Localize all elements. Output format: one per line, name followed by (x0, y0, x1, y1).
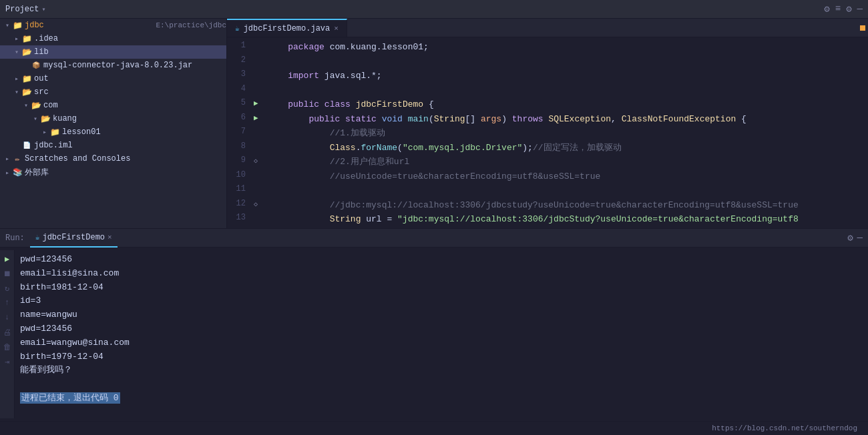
console-line-email2: email=wangwu@sina.com (20, 336, 857, 350)
bottom-url-bar: https://blog.csdn.net/southerndog (0, 421, 868, 435)
jdbc-path: E:\practice\jdbc (156, 21, 226, 29)
config-icon[interactable]: ⚙ (846, 3, 851, 15)
tree-item-scratches[interactable]: ▸ ✏ Scratches and Consoles (0, 152, 226, 165)
run-tool-button[interactable]: ▶ (1, 253, 13, 265)
tree-item-out[interactable]: ▸ 📁 out (0, 72, 226, 85)
up-tool-button[interactable]: ↑ (1, 297, 13, 309)
tree-item-com[interactable]: ▾ 📂 com (0, 99, 226, 112)
folder-icon-out: 📁 (21, 74, 32, 84)
scratches-icon: ✏ (12, 154, 23, 164)
line-gutter-8 (254, 141, 267, 155)
line-gutter-3 (254, 69, 267, 83)
line-num-11: 11 (227, 183, 254, 198)
line-gutter-13 (254, 212, 267, 227)
line-content-10: //useUnicode=true&characterEncoding=utf8… (267, 169, 868, 184)
tree-item-lesson01[interactable]: ▸ 📁 lesson01 (0, 125, 226, 139)
line-num-8: 8 (227, 141, 254, 155)
folder-icon-lib: 📂 (21, 47, 32, 57)
process-end-text: 进程已结束，退出代码 0 (20, 392, 120, 404)
layout-icon[interactable]: ≡ (835, 3, 841, 15)
line-num-7: 7 (227, 126, 254, 141)
line-num-4: 4 (227, 83, 254, 98)
folder-icon-jdbc: 📁 (12, 21, 23, 31)
console-tab-close[interactable]: × (107, 234, 112, 242)
stop-tool-button[interactable]: ⏹ (1, 268, 13, 280)
line-gutter-10 (254, 169, 267, 184)
line-content-9: //2.用户信息和url (267, 155, 868, 169)
tree-item-idea[interactable]: ▸ 📁 .idea (0, 32, 226, 45)
tree-arrow-lib: ▾ (12, 48, 21, 56)
line-content-12: //jdbc:mysql://localhost:3306/jdbcstudy?… (267, 198, 868, 213)
code-line-7: 7 //1.加载驱动 (227, 126, 868, 141)
line-content-6: public static void main(String[] args) t… (267, 112, 868, 127)
wrap-tool-button[interactable]: ⇥ (1, 356, 13, 368)
code-line-11: 11 (227, 183, 868, 198)
line-content-11 (267, 183, 868, 198)
line-num-13: 13 (227, 212, 254, 227)
project-arrow: ▾ (41, 5, 45, 13)
code-line-1: 1 package com.kuang.lesson01; (227, 40, 868, 55)
console-minimize-icon[interactable]: — (857, 232, 863, 244)
tree-arrow-lesson01: ▸ (40, 128, 49, 136)
tab-close-button[interactable]: × (334, 25, 339, 33)
minimize-icon[interactable]: — (857, 3, 863, 15)
code-editor[interactable]: 1 package com.kuang.lesson01; 2 3 import… (227, 37, 868, 228)
breakpoint-icon-12: ◇ (254, 201, 258, 208)
tree-label-jdbc: jdbc (25, 21, 153, 30)
bottom-tabs-bar: Run: ☕ jdbcFirstDemo × ⚙ — (0, 229, 868, 248)
tree-item-mysql-jar[interactable]: 📦 mysql-connector-java-8.0.23.jar (0, 59, 226, 72)
tree-item-jdbc-iml[interactable]: 📄 jdbc.iml (0, 139, 226, 152)
console-tab-icon: ☕ (35, 233, 40, 242)
folder-icon-lesson01: 📁 (49, 127, 60, 137)
tree-item-lib[interactable]: ▾ 📂 lib (0, 45, 226, 59)
top-bar-icons: ⚙ ≡ ⚙ — (824, 3, 863, 15)
tree-item-external-lib[interactable]: ▸ 📚 外部库 (0, 165, 226, 179)
settings-icon[interactable]: ⚙ (824, 3, 829, 15)
run-button-6[interactable]: ▶ (254, 114, 258, 122)
line-gutter-12: ◇ (254, 198, 267, 213)
line-content-7: //1.加载驱动 (267, 126, 868, 141)
project-label[interactable]: Project ▾ (5, 5, 45, 14)
csdn-url: https://blog.csdn.net/southerndog (706, 423, 863, 434)
project-text: Project (5, 5, 39, 14)
run-button-5[interactable]: ▶ (254, 99, 258, 107)
tree-arrow-external: ▸ (3, 169, 12, 177)
console-line-email1: email=lisi@sina.com (20, 267, 857, 281)
line-gutter-1 (254, 40, 267, 55)
folder-icon-kuang: 📂 (40, 114, 51, 124)
editor-tab-jdbc[interactable]: ☕ jdbcFirstDemo.java × (227, 19, 347, 37)
code-line-8: 8 Class.forName("com.mysql.jdbc.Driver")… (227, 141, 868, 155)
line-content-2 (267, 55, 868, 69)
code-line-5: 5 ▶ public class jdbcFirstDemo { (227, 97, 868, 112)
line-content-3: import java.sql.*; (267, 69, 868, 83)
folder-icon-idea: 📁 (21, 34, 32, 44)
tree-item-src[interactable]: ▾ 📂 src (0, 85, 226, 99)
code-line-3: 3 import java.sql.*; (227, 69, 868, 83)
rerun-tool-button[interactable]: ↻ (1, 282, 13, 294)
console-line-name: name=wangwu (20, 308, 857, 322)
console-line-pwd1: pwd=123456 (20, 253, 857, 267)
print-tool-button[interactable]: 🖨 (1, 326, 13, 338)
line-num-9: 9 (227, 155, 254, 169)
line-content-5: public class jdbcFirstDemo { (267, 97, 868, 112)
tab-java-icon: ☕ (235, 24, 240, 33)
console-text: pwd=123456 email=lisi@sina.com birth=198… (15, 250, 863, 418)
tree-item-kuang[interactable]: ▾ 📂 kuang (0, 112, 226, 125)
line-num-3: 3 (227, 69, 254, 83)
tree-item-jdbc-root[interactable]: ▾ 📁 jdbc E:\practice\jdbc (0, 19, 226, 32)
line-gutter-5[interactable]: ▶ (254, 97, 267, 112)
console-tab-jdbc[interactable]: ☕ jdbcFirstDemo × (30, 229, 118, 248)
console-gear-icon[interactable]: ⚙ (847, 232, 853, 244)
tree-label-external: 外部库 (25, 167, 226, 178)
tree-label-kuang: kuang (53, 114, 226, 123)
code-line-13: 13 String url = "jdbc:mysql://localhost:… (227, 212, 868, 227)
code-line-4: 4 (227, 83, 868, 98)
line-content-4 (267, 83, 868, 98)
line-content-1: package com.kuang.lesson01; (267, 40, 868, 55)
tree-arrow-idea: ▸ (12, 35, 21, 43)
trash-tool-button[interactable]: 🗑 (1, 341, 13, 353)
line-gutter-6[interactable]: ▶ (254, 112, 267, 127)
down-tool-button[interactable]: ↓ (1, 312, 13, 324)
tree-arrow-jdbc: ▾ (3, 21, 12, 29)
line-gutter-11 (254, 183, 267, 198)
